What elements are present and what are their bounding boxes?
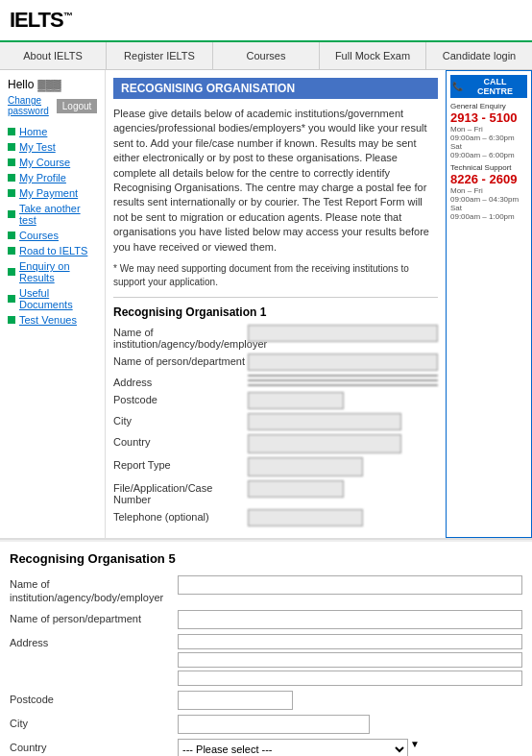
org5-city-input[interactable] [178,715,370,734]
org5-postcode-input[interactable] [178,691,293,710]
sidebar-item-test-venues[interactable]: Test Venues [8,314,97,326]
sidebar-item-courses[interactable]: Courses [8,230,97,241]
org1-postcode-input[interactable] [248,392,344,409]
section-title: RECOGNISING ORGANISATION [113,78,438,99]
org1-postcode-label: Postcode [113,392,248,405]
hello-label: Hello [8,78,34,91]
org1-address-line3[interactable] [248,384,438,386]
org5-section: Recognising Organisation 5 Name of insti… [0,538,532,756]
org5-person-input[interactable] [178,610,522,629]
ielts-logo: IELTS™ [10,8,72,32]
main-content: RECOGNISING ORGANISATION Please give det… [106,70,446,538]
call-centre: 📞 CALL CENTRE General Enquiry 2913 - 510… [446,70,532,538]
sidebar-item-useful-docs[interactable]: Useful Documents [8,287,97,310]
nav-full-mock-exam[interactable]: Full Mock Exam [320,42,426,69]
org5-name-input[interactable] [178,575,522,595]
nav-about-ielts[interactable]: About IELTS [0,42,107,69]
sidebar-item-enquiry-results[interactable]: Enquiry on Results [8,260,97,283]
org1-city-input[interactable] [248,413,401,430]
sidebar-item-my-test[interactable]: My Test [8,141,97,153]
org1-report-select[interactable] [248,457,363,476]
org1-address-line1[interactable] [248,375,438,377]
nav-register-ielts[interactable]: Register IELTS [107,42,213,69]
org1-postcode-row: Postcode [113,392,438,409]
general-hours3: Sat [450,142,527,151]
org5-country-select[interactable]: --- Please select --- [178,739,408,757]
org5-address-line1[interactable] [178,634,522,649]
general-enquiry-section: General Enquiry 2913 - 5100 Mon – Fri 09… [450,102,527,159]
nav-courses[interactable]: Courses [213,42,320,69]
sidebar-road-label: Road to IELTS [19,245,87,256]
user-name: ▓▓▓ [37,79,60,90]
logout-button[interactable]: Logout [57,99,98,113]
org5-name-label: Name of institution/agency/body/employer [10,575,178,605]
sidebar-item-my-profile[interactable]: My Profile [8,172,97,183]
org1-address-line2[interactable] [248,379,438,381]
sidebar-courses-label: Courses [19,230,59,241]
general-hours2: 09:00am – 6:30pm [450,134,527,142]
org5-country-label: Country [10,739,178,754]
org1-address-group [248,375,438,386]
nav-candidate-login[interactable]: Candidate login [426,42,532,69]
sidebar-useful-docs-label: Useful Documents [19,287,97,310]
sidebar-my-payment-label: My Payment [19,187,78,199]
main-nav: About IELTS Register IELTS Courses Full … [0,42,532,70]
technical-hours1: Mon – Fri [450,186,527,195]
sidebar-item-my-payment[interactable]: My Payment [8,187,97,199]
bullet-icon [8,232,15,239]
page-header: IELTS™ [0,0,532,42]
technical-support-label: Technical Support [450,163,527,172]
sidebar-my-course-label: My Course [19,157,70,168]
technical-hours4: 09:00am – 1:00pm [450,212,527,221]
sidebar-item-my-course[interactable]: My Course [8,157,97,168]
org1-file-row: File/Application/Case Number [113,480,438,505]
org1-file-label: File/Application/Case Number [113,480,248,505]
intro-text: Please give details below of academic in… [113,107,438,255]
org1-report-label: Report Type [113,457,248,471]
org5-city-row: City [10,715,522,734]
org5-address-group [178,634,522,686]
technical-number: 8226 - 2609 [450,172,527,186]
org5-address-line3[interactable] [178,671,522,686]
org1-telephone-row: Telephone (optional) [113,509,438,526]
org1-person-input[interactable] [248,354,438,371]
bullet-icon [8,174,15,182]
org5-title: Recognising Organisation 5 [10,551,522,566]
org5-address-label: Address [10,634,178,649]
org1-address-label: Address [113,375,248,388]
org1-country-row: Country [113,434,438,453]
org1-name-input[interactable] [248,325,438,342]
bullet-icon [8,189,15,197]
org1-country-label: Country [113,434,248,448]
org1-name-row: Name of institution/agency/body/employer [113,325,438,350]
org1-telephone-label: Telephone (optional) [113,509,248,523]
org1-person-row: Name of person/department [113,354,438,371]
org1-telephone-input[interactable] [248,509,363,526]
sidebar-home-label: Home [19,126,47,137]
technical-support-section: Technical Support 8226 - 2609 Mon – Fri … [450,163,527,221]
bullet-icon [8,143,15,151]
org1-file-input[interactable] [248,480,344,498]
org1-person-label: Name of person/department [113,354,248,367]
org1-name-label: Name of institution/agency/body/employer [113,325,248,350]
sidebar-take-another-test-label: Take another test [19,203,97,226]
bullet-icon [8,159,15,166]
org5-person-row: Name of person/department [10,610,522,629]
bullet-icon [8,247,15,255]
org1-country-select[interactable] [248,434,401,453]
org5-person-label: Name of person/department [10,610,178,625]
org5-country-row: Country --- Please select --- ▼ [10,739,522,757]
org5-address-line2[interactable] [178,652,522,668]
sidebar-item-take-another-test[interactable]: Take another test [8,203,97,226]
phone-icon: 📞 [452,82,463,91]
org5-city-label: City [10,715,178,730]
technical-hours2: 09:00am – 04:30pm [450,195,527,204]
bullet-icon [8,316,15,324]
org1-report-row: Report Type [113,457,438,476]
sidebar-test-venues-label: Test Venues [19,314,77,326]
sidebar-item-home[interactable]: Home [8,126,97,137]
sidebar: Hello ▓▓▓ Change password Logout Home My… [0,70,106,538]
change-password-link[interactable]: Change password [8,95,49,116]
sidebar-item-road-to-ielts[interactable]: Road to IELTS [8,245,97,256]
org5-form: Recognising Organisation 5 Name of insti… [0,540,532,756]
